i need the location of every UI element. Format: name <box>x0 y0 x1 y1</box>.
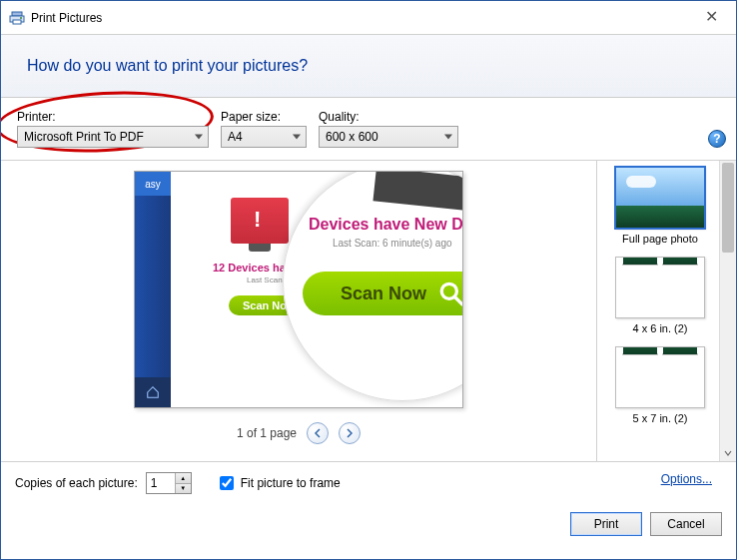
paper-size-group: Paper size: <box>221 110 307 148</box>
template-label: 4 x 6 in. (2) <box>605 322 715 334</box>
dialog-buttons-row: Print Cancel <box>1 504 736 548</box>
mini-thumb <box>622 264 658 266</box>
printer-icon <box>9 10 25 26</box>
landscape-cloud <box>626 176 656 188</box>
templates-scrollbar[interactable] <box>719 161 736 461</box>
bottom-options-row: Copies of each picture: ▲ ▼ Fit picture … <box>1 461 736 504</box>
pager-prev-button[interactable] <box>307 422 329 444</box>
help-icon[interactable]: ? <box>708 130 726 148</box>
printer-combo[interactable] <box>17 126 209 148</box>
copies-input[interactable] <box>147 473 175 493</box>
template-thumbnail <box>615 167 705 229</box>
svg-rect-2 <box>13 20 21 24</box>
paper-size-combo[interactable] <box>221 126 307 148</box>
template-item[interactable]: 4 x 6 in. (2) <box>605 257 715 334</box>
printer-group: Printer: <box>17 110 209 148</box>
svg-point-3 <box>20 17 22 19</box>
magnifier-icon <box>438 280 463 306</box>
mini-thumb <box>622 353 658 355</box>
layout-templates-panel: Full page photo4 x 6 in. (2)5 x 7 in. (2… <box>596 161 736 461</box>
scan-now-big-label: Scan Now <box>341 283 426 304</box>
print-button[interactable]: Print <box>570 512 642 536</box>
mini-thumb <box>662 353 698 355</box>
template-item[interactable]: 5 x 7 in. (2) <box>605 346 715 424</box>
page-preview: asy — ✕ ! 12 Devices have New Last Scan:… <box>134 171 463 408</box>
template-thumbnail <box>615 346 705 408</box>
pager-next-button[interactable] <box>339 422 361 444</box>
title-bar: Print Pictures ✕ <box>1 1 736 35</box>
mini-thumb <box>662 264 698 266</box>
monitor-icon-zoom <box>372 171 463 211</box>
scan-now-big: Scan Now <box>303 272 463 315</box>
pager: 1 of 1 page <box>237 422 361 444</box>
zoom-lens: Devices have New Driv Last Scan: 6 minut… <box>283 171 463 401</box>
cancel-button[interactable]: Cancel <box>650 512 722 536</box>
paper-size-label: Paper size: <box>221 110 307 124</box>
options-link[interactable]: Options... <box>661 472 712 486</box>
preview-heading-zoom: Devices have New Driv <box>309 216 463 234</box>
svg-line-5 <box>454 296 462 304</box>
svg-rect-0 <box>12 12 22 16</box>
monitor-stand <box>249 244 271 252</box>
pager-text: 1 of 1 page <box>237 426 297 440</box>
template-label: Full page photo <box>605 233 715 245</box>
preview-pane: asy — ✕ ! 12 Devices have New Last Scan:… <box>1 161 596 461</box>
template-thumbnail <box>615 257 705 318</box>
printer-label: Printer: <box>17 110 209 124</box>
template-item[interactable]: Full page photo <box>605 167 715 245</box>
landscape-land <box>616 206 704 228</box>
main-area: asy — ✕ ! 12 Devices have New Last Scan:… <box>1 161 736 461</box>
quality-combo[interactable] <box>319 126 458 148</box>
preview-sidebar <box>135 172 171 407</box>
quality-group: Quality: <box>319 110 458 148</box>
window-title: Print Pictures <box>31 11 102 25</box>
preview-sidebar-top: asy <box>135 172 171 196</box>
fit-picture-label: Fit picture to frame <box>241 476 341 490</box>
dialog-heading: How do you want to print your pictures? <box>1 35 736 98</box>
print-options-row: Printer: Paper size: Quality: ? <box>1 98 736 161</box>
copies-label: Copies of each picture: <box>15 476 138 490</box>
scrollbar-down[interactable] <box>720 444 736 461</box>
close-icon[interactable]: ✕ <box>699 7 724 26</box>
preview-sub-zoom: Last Scan: 6 minute(s) ago <box>333 238 452 249</box>
copies-increment[interactable]: ▲ <box>176 473 191 484</box>
copies-decrement[interactable]: ▼ <box>176 484 191 494</box>
chevron-left-icon <box>313 428 323 438</box>
home-icon <box>146 385 160 399</box>
copies-spinbox[interactable]: ▲ ▼ <box>146 472 192 494</box>
fit-picture-checkbox-row[interactable]: Fit picture to frame <box>216 473 341 493</box>
template-label: 5 x 7 in. (2) <box>605 412 715 424</box>
scrollbar-thumb[interactable] <box>722 163 734 253</box>
preview-sidebar-bottom <box>135 377 171 407</box>
chevron-right-icon <box>345 428 355 438</box>
quality-label: Quality: <box>319 110 458 124</box>
chevron-down-icon <box>724 449 732 457</box>
preview-content: — ✕ ! 12 Devices have New Last Scan: 6 m… <box>171 172 462 407</box>
warning-icon: ! <box>254 207 261 233</box>
fit-picture-checkbox[interactable] <box>220 476 234 490</box>
